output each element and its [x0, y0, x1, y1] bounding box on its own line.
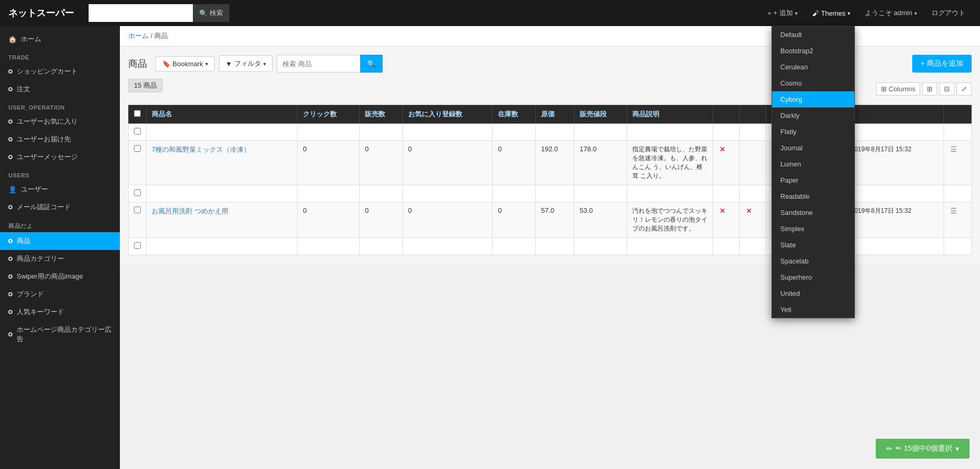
filter-icon: ▼ — [226, 60, 232, 68]
menu-icon[interactable]: ☰ — [950, 207, 957, 215]
theme-spacelab[interactable]: Spacelab — [772, 253, 854, 269]
list-view-button[interactable]: ⊟ — [939, 82, 954, 95]
welcome-button[interactable]: ようこそ admin ▾ — [859, 0, 923, 26]
theme-readable[interactable]: Readable — [772, 188, 854, 205]
theme-sandstone[interactable]: Sandstone — [772, 205, 854, 221]
select-all-checkbox[interactable] — [134, 110, 141, 117]
theme-darkly[interactable]: Darkly — [772, 107, 854, 124]
grid-icon: ⊞ — [927, 85, 933, 93]
grid-view-button[interactable]: ⊞ — [922, 82, 937, 95]
cell-clicks — [298, 238, 360, 255]
theme-default[interactable]: Default — [772, 27, 854, 43]
product-link[interactable]: 7種の和風野菜ミックス（冷凍） — [152, 146, 250, 153]
theme-slate[interactable]: Slate — [772, 237, 854, 253]
dot-icon — [8, 155, 13, 159]
delete-icon2[interactable]: ✕ — [746, 207, 752, 215]
bookmark-button[interactable]: 🔖 Bookmark ▾ — [155, 56, 215, 71]
col-insert-time — [846, 105, 944, 124]
cell-favorites — [402, 238, 493, 255]
delete-icon[interactable]: ✕ — [719, 207, 726, 215]
theme-united[interactable]: United — [772, 285, 854, 302]
sidebar-item-home[interactable]: 🏠 ホーム — [0, 30, 120, 48]
sidebar-item-delivery[interactable]: ユーザーお届け先 — [0, 130, 120, 148]
sidebar-item-cart[interactable]: ショッピングカート — [0, 63, 120, 80]
cell-a1 — [713, 238, 740, 255]
cell-more: ☰ — [944, 202, 972, 238]
theme-cyborg[interactable]: Cyborg — [772, 91, 854, 107]
cell-price: 53.0 — [574, 202, 627, 238]
theme-cosmo[interactable]: Cosmo — [772, 75, 854, 91]
brand: ネットスーパー — [8, 7, 74, 19]
cell-name — [146, 238, 298, 255]
caret-icon: ▾ — [914, 10, 917, 16]
cell-clicks: 0 — [298, 141, 360, 185]
logout-button[interactable]: ログアウト — [925, 0, 972, 26]
product-search-button[interactable]: 🔍 — [360, 55, 383, 73]
cell-a2 — [740, 124, 766, 141]
select-button[interactable]: ✏ ✏ 15個中0個選択 ▾ — [876, 439, 970, 459]
theme-bootstrap2[interactable]: Bootstrap2 — [772, 43, 854, 59]
theme-superhero[interactable]: Superhero — [772, 269, 854, 285]
col-clicks: クリック数 — [298, 105, 360, 124]
cell-sales — [359, 238, 402, 255]
sidebar-item-brand[interactable]: ブランド — [0, 285, 120, 303]
filter-button[interactable]: ▼ フィルタ ▾ — [219, 55, 273, 72]
sidebar-item-message[interactable]: ユーザーメッセージ — [0, 148, 120, 166]
cell-price — [574, 124, 627, 141]
sidebar-item-keywords[interactable]: 人気キーワード — [0, 303, 120, 321]
sidebar-item-homepage-category[interactable]: ホームページ商品カテゴリー広告 — [0, 321, 120, 348]
search-input[interactable] — [89, 4, 193, 22]
col-price: 販売値段 — [574, 105, 627, 124]
cell-desc — [627, 238, 713, 255]
dot-icon — [8, 292, 13, 296]
theme-flatly[interactable]: Flatly — [772, 124, 854, 140]
cell-cost: 192.0 — [536, 141, 574, 185]
columns-icon: ⊞ — [881, 85, 887, 93]
row-checkbox[interactable] — [134, 145, 141, 152]
search-button[interactable]: 🔍 検索 — [193, 4, 229, 22]
col-sales: 販売数 — [359, 105, 402, 124]
cell-stock: 0 — [493, 202, 536, 238]
expand-view-button[interactable]: ⤢ — [957, 82, 972, 95]
row-checkbox[interactable] — [134, 207, 141, 213]
bookmark-icon: 🔖 — [162, 60, 170, 68]
delete-icon[interactable]: ✕ — [719, 145, 726, 153]
navbar-right: + + 追加 ▾ 🖌 Themes ▾ ようこそ admin ▾ ログアウト — [761, 0, 972, 26]
sidebar-item-users[interactable]: 👤 ユーザー — [0, 181, 120, 198]
dot-icon — [8, 239, 13, 243]
menu-icon[interactable]: ☰ — [950, 145, 957, 153]
row-checkbox[interactable] — [134, 242, 141, 249]
cell-favorites: 0 — [402, 202, 493, 238]
cell-a2 — [740, 141, 766, 185]
theme-journal[interactable]: Journal — [772, 140, 854, 156]
home-icon: 🏠 — [8, 35, 17, 43]
add-button[interactable]: + + 追加 ▾ — [761, 0, 804, 26]
product-search-input[interactable] — [277, 55, 360, 73]
theme-paper[interactable]: Paper — [772, 172, 854, 188]
themes-button[interactable]: 🖌 Themes ▾ — [806, 0, 856, 26]
theme-lumen[interactable]: Lumen — [772, 156, 854, 172]
sidebar: 🏠 ホーム TRADE ショッピングカート 注文 USER_OPERATION … — [0, 26, 120, 469]
dot-icon — [8, 119, 13, 124]
columns-button[interactable]: ⊞ Columns — [876, 82, 920, 95]
row-checkbox[interactable] — [134, 128, 141, 135]
breadcrumb-home[interactable]: ホーム — [128, 32, 149, 40]
cell-desc: 指定農場で栽培し、た野菜を急速冷凍。も、人参、れんこん う、いんげん、椎茸 こ入… — [627, 141, 713, 185]
sidebar-item-order[interactable]: 注文 — [0, 80, 120, 98]
sidebar-item-swiper-image[interactable]: Swiper用の商品image — [0, 268, 120, 285]
cell-price: 178.0 — [574, 141, 627, 185]
cell-desc: 汚れを泡でつつんでスッキリ！レモンの香りの泡タイプのお風呂洗剤です。 — [627, 202, 713, 238]
cell-stock — [493, 238, 536, 255]
sidebar-section-users: USERS — [0, 166, 120, 181]
sidebar-item-email-code[interactable]: メール認証コード — [0, 198, 120, 216]
cell-cost — [536, 185, 574, 202]
row-checkbox[interactable] — [134, 189, 141, 196]
add-product-button[interactable]: + 商品を追加 — [912, 55, 972, 73]
product-link[interactable]: お風呂用洗剤 つめかえ用 — [152, 207, 228, 215]
theme-simplex[interactable]: Simplex — [772, 221, 854, 237]
sidebar-item-product-category[interactable]: 商品カテゴリー — [0, 250, 120, 268]
theme-cerulean[interactable]: Cerulean — [772, 59, 854, 75]
sidebar-item-favorites[interactable]: ユーザーお気に入り — [0, 113, 120, 130]
sidebar-item-products[interactable]: 商品 — [0, 232, 120, 250]
theme-yeti[interactable]: Yeti — [772, 302, 854, 318]
